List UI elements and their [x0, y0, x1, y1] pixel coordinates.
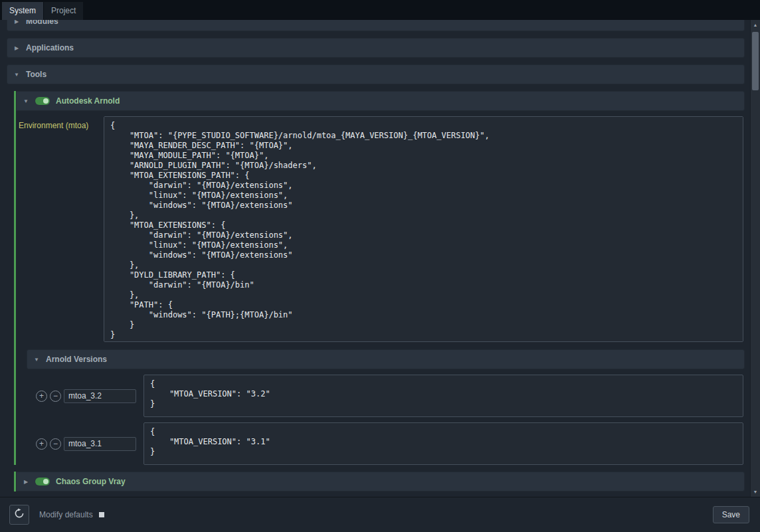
tool-label: Autodesk Arnold	[56, 96, 120, 106]
section-header-applications[interactable]: ▶ Applications	[7, 38, 745, 58]
version-env-textarea[interactable]: { "MTOA_VERSION": "3.1" }	[143, 422, 743, 465]
version-row-controls: + −	[36, 389, 141, 403]
enabled-toggle[interactable]	[35, 97, 50, 105]
section-label: Applications	[26, 43, 74, 52]
remove-version-button[interactable]: −	[50, 391, 61, 402]
scrollbar-track[interactable]	[751, 30, 760, 487]
settings-window: System Project ▶ Modules ▶ Applications …	[0, 0, 760, 532]
tool-group-vray: ▶ Chaos Group Vray	[14, 472, 745, 491]
add-version-button[interactable]: +	[36, 438, 47, 450]
scrollbar-thumb[interactable]	[752, 32, 759, 90]
settings-body: ▶ Modules ▶ Applications ▼ Tools ▼ Autod…	[0, 20, 760, 497]
settings-content: ▶ Modules ▶ Applications ▼ Tools ▼ Autod…	[0, 20, 750, 497]
version-env-textarea[interactable]: { "MTOA_VERSION": "3.2" }	[143, 375, 743, 417]
scroll-up-icon[interactable]: ▲	[751, 20, 760, 30]
modify-defaults-checkbox[interactable]	[99, 512, 104, 517]
environment-row: Environment (mtoa) { "MTOA": "{PYPE_STUD…	[19, 116, 745, 342]
tab-project[interactable]: Project	[44, 2, 83, 20]
version-row-controls: + −	[36, 437, 141, 451]
environment-label: Environment (mtoa)	[19, 116, 104, 130]
enabled-toggle[interactable]	[35, 478, 50, 486]
section-header-tools[interactable]: ▼ Tools	[7, 64, 745, 84]
add-version-button[interactable]: +	[36, 391, 47, 402]
version-name-input[interactable]	[64, 389, 136, 403]
arnold-version-row: + − { "MTOA_VERSION": "3.2" }	[36, 375, 743, 417]
modify-defaults-label: Modify defaults	[39, 510, 93, 519]
section-header-arnold-versions[interactable]: ▼ Arnold Versions	[27, 349, 745, 369]
save-button[interactable]: Save	[713, 506, 749, 523]
chevron-down-icon: ▼	[13, 72, 20, 78]
scroll-down-icon[interactable]: ▼	[751, 487, 760, 497]
footer-bar: Modify defaults Save	[0, 497, 760, 532]
refresh-icon	[14, 508, 25, 521]
section-header-chaos-group-vray[interactable]: ▶ Chaos Group Vray	[16, 472, 745, 491]
chevron-right-icon: ▶	[23, 479, 29, 485]
arnold-version-row: + − { "MTOA_VERSION": "3.1" }	[36, 422, 743, 465]
section-header-autodesk-arnold[interactable]: ▼ Autodesk Arnold	[16, 91, 745, 111]
tab-system[interactable]: System	[2, 2, 43, 20]
section-label: Tools	[26, 70, 47, 79]
version-name-input[interactable]	[64, 437, 136, 451]
refresh-button[interactable]	[9, 505, 29, 525]
tool-label: Chaos Group Vray	[56, 477, 126, 486]
tab-bar: System Project	[0, 0, 760, 20]
environment-textarea[interactable]: { "MTOA": "{PYPE_STUDIO_SOFTWARE}/arnold…	[104, 116, 743, 342]
section-label: Arnold Versions	[46, 355, 107, 364]
section-header-modules[interactable]: ▶ Modules	[7, 20, 745, 31]
section-label: Modules	[26, 20, 58, 26]
scrollbar[interactable]: ▲ ▼	[750, 20, 760, 497]
chevron-down-icon: ▼	[23, 98, 29, 104]
tool-group-arnold: ▼ Autodesk Arnold Environment (mtoa) { "…	[14, 91, 745, 465]
chevron-right-icon: ▶	[13, 20, 20, 25]
remove-version-button[interactable]: −	[50, 438, 61, 450]
chevron-right-icon: ▶	[13, 45, 20, 51]
chevron-down-icon: ▼	[33, 357, 40, 363]
